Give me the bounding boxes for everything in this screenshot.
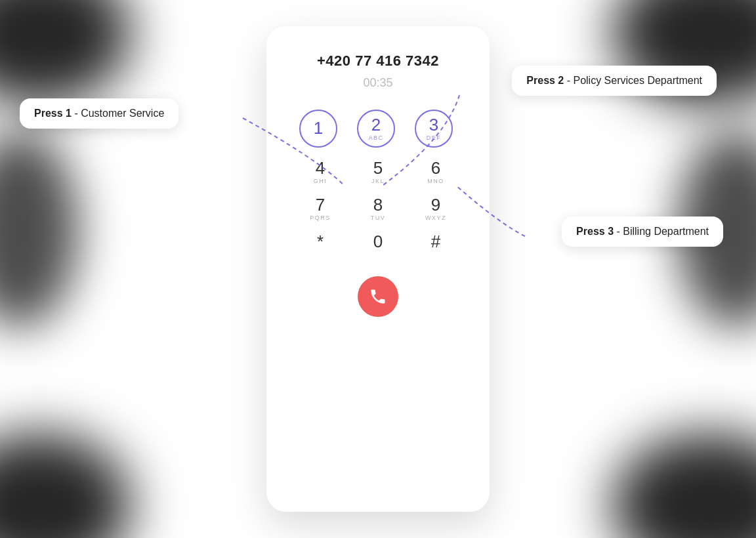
dial-key-4-num: 4 (316, 159, 325, 176)
call-timer: 00:35 (363, 76, 392, 90)
corner-blur-mid-left (0, 131, 79, 328)
dial-key-8-sub: TUV (371, 215, 386, 221)
dial-key-1-num: 1 (314, 119, 323, 136)
dialpad: 1 2 ABC 3 DEF 4 GHI 5 JKL 6 MNO 7 (299, 110, 457, 250)
dial-key-5-sub: JKL (371, 178, 385, 184)
end-call-icon (369, 287, 387, 306)
dial-key-6-sub: MNO (427, 178, 444, 184)
phone-card: +420 77 416 7342 00:35 1 2 ABC 3 DEF 4 G… (266, 26, 490, 512)
tooltip-press3-bold: Press 3 (576, 226, 614, 237)
tooltip-press3: Press 3 - Billing Department (562, 217, 723, 247)
dial-key-5[interactable]: 5 JKL (357, 159, 399, 184)
dial-key-4[interactable]: 4 GHI (299, 159, 341, 184)
dial-key-3[interactable]: 3 DEF (415, 110, 453, 148)
dial-key-2[interactable]: 2 ABC (357, 110, 395, 148)
dial-key-0[interactable]: 0 (357, 233, 399, 250)
dial-key-7-sub: PQRS (310, 215, 331, 221)
end-call-button[interactable] (358, 276, 398, 317)
tooltip-press1-label: Press 1 - Customer Service (34, 108, 164, 119)
corner-blur-bl (0, 433, 131, 538)
dial-key-star[interactable]: * (299, 233, 341, 250)
dial-key-9-sub: WXYZ (425, 215, 446, 221)
dial-key-3-sub: DEF (427, 134, 442, 141)
tooltip-press2: Press 2 - Policy Services Department (512, 66, 717, 96)
dial-key-1[interactable]: 1 (299, 110, 337, 148)
dial-key-7-num: 7 (316, 196, 325, 213)
dial-key-0-num: 0 (373, 233, 383, 250)
dial-key-8-num: 8 (373, 196, 383, 213)
dial-key-hash[interactable]: # (415, 233, 457, 250)
dial-key-9[interactable]: 9 WXYZ (415, 196, 457, 221)
dial-key-6-num: 6 (431, 159, 440, 176)
dial-key-3-num: 3 (429, 116, 438, 133)
corner-blur-br (612, 433, 756, 538)
dial-key-5-num: 5 (373, 159, 383, 176)
tooltip-press2-label: Press 2 - Policy Services Department (526, 75, 702, 86)
dial-key-star-num: * (317, 233, 324, 250)
dial-key-9-num: 9 (431, 196, 440, 213)
tooltip-press2-text: - Policy Services Department (564, 75, 702, 86)
dial-key-6[interactable]: 6 MNO (415, 159, 457, 184)
tooltip-press2-bold: Press 2 (526, 75, 564, 86)
dial-key-7[interactable]: 7 PQRS (299, 196, 341, 221)
dial-key-8[interactable]: 8 TUV (357, 196, 399, 221)
tooltip-press3-label: Press 3 - Billing Department (576, 226, 709, 237)
dial-key-2-sub: ABC (368, 134, 383, 141)
corner-blur-tl (0, 0, 131, 105)
tooltip-press1-text: - Customer Service (72, 108, 164, 119)
tooltip-press1-bold: Press 1 (34, 108, 72, 119)
dial-key-4-sub: GHI (314, 178, 327, 184)
phone-number: +420 77 416 7342 (317, 52, 439, 70)
dial-key-hash-num: # (431, 233, 440, 250)
dial-key-2-num: 2 (371, 116, 381, 133)
tooltip-press1: Press 1 - Customer Service (20, 98, 178, 129)
tooltip-press3-text: - Billing Department (614, 226, 709, 237)
